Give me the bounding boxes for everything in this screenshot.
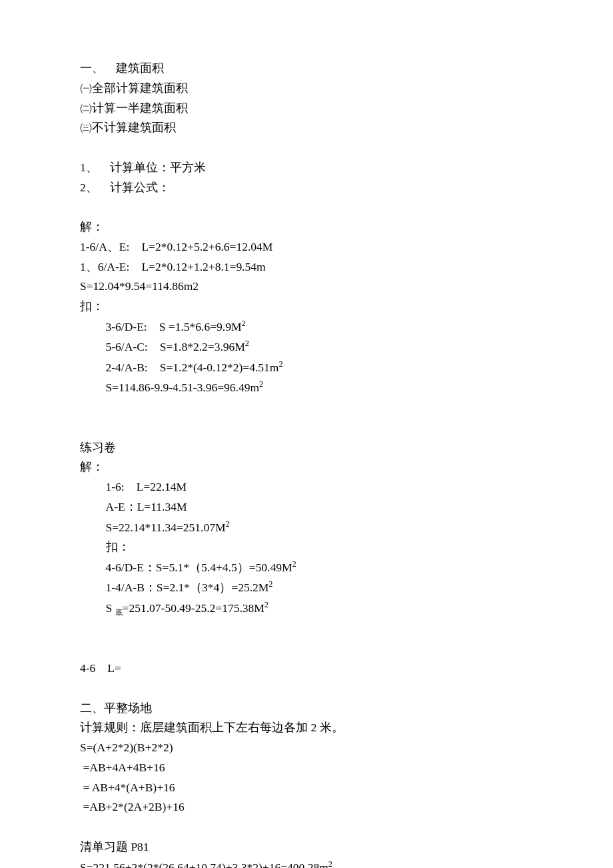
section-1-title: 一、 建筑面积	[80, 59, 533, 79]
blank-line	[80, 197, 533, 217]
document-page: 一、 建筑面积 ㈠全部计算建筑面积 ㈡计算一半建筑面积 ㈢不计算建筑面积 1、 …	[0, 0, 613, 868]
blank-line	[80, 817, 533, 837]
practice-deduct: 扣：	[80, 537, 533, 557]
section-2-eq4: =AB+2*(2A+2B)+16	[80, 797, 533, 817]
solution1-d4: S=114.86-9.9-4.51-3.96=96.49m2	[80, 377, 533, 398]
section-2-eq1: S=(A+2*2)(B+2*2)	[80, 738, 533, 758]
section-1-sub2: ㈡计算一半建筑面积	[80, 99, 533, 119]
practice-l2: A-E：L=11.34M	[80, 497, 533, 517]
practice-d2: 1-4/A-B：S=2.1*（3*4）=25.2M2	[80, 577, 533, 598]
practice-d1: 4-6/D-E：S=5.1*（5.4+4.5）=50.49M2	[80, 557, 533, 578]
practice-title: 练习卷	[80, 438, 533, 458]
practice-l3: S=22.14*11.34=251.07M2	[80, 517, 533, 538]
section-2-eq3: = AB+4*(A+B)+16	[80, 778, 533, 798]
section-1-sub3: ㈢不计算建筑面积	[80, 118, 533, 138]
blank-line	[80, 619, 533, 659]
blank-line	[80, 398, 533, 438]
solution1-d2: 5-6/A-C: S=1.8*2.2=3.96M2	[80, 337, 533, 357]
section-1-item2: 2、 计算公式：	[80, 178, 533, 198]
practice-header: 解：	[80, 457, 533, 477]
section-2-title: 二、平整场地	[80, 699, 533, 719]
qingdan-eq: S=221.56+2*(2*(26.64+10.74)+3.3*2)+16=40…	[80, 857, 533, 868]
qingdan-title: 清单习题 P81	[80, 837, 533, 857]
line-4-6: 4-6 L=	[80, 659, 533, 679]
practice-l1: 1-6: L=22.14M	[80, 477, 533, 497]
section-1-item1: 1、 计算单位：平方米	[80, 158, 533, 178]
blank-line	[80, 138, 533, 158]
solution1-d1: 3-6/D-E: S =1.5*6.6=9.9M2	[80, 317, 533, 337]
solution1-line3: S=12.04*9.54=114.86m2	[80, 277, 533, 297]
solution1-deduct: 扣：	[80, 297, 533, 317]
section-2-rule: 计算规则：底层建筑面积上下左右每边各加 2 米。	[80, 718, 533, 738]
blank-line	[80, 679, 533, 699]
solution1-line1: 1-6/A、E: L=2*0.12+5.2+6.6=12.04M	[80, 237, 533, 257]
solution1-line2: 1、6/A-E: L=2*0.12+1.2+8.1=9.54m	[80, 257, 533, 277]
solution1-d3: 2-4/A-B: S=1.2*(4-0.12*2)=4.51m2	[80, 357, 533, 378]
section-2-eq2: =AB+4A+4B+16	[80, 758, 533, 778]
solution1-header: 解：	[80, 217, 533, 237]
section-1-sub1: ㈠全部计算建筑面积	[80, 79, 533, 99]
practice-d3: S 底=251.07-50.49-25.2=175.38M2	[80, 598, 533, 619]
